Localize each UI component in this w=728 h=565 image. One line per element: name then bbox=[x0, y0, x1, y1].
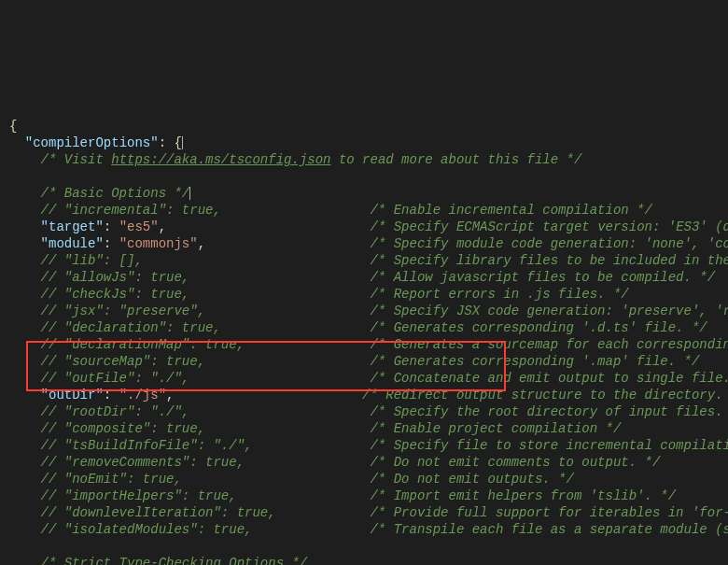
code-token: "./js" bbox=[119, 388, 166, 403]
code-token: "target" bbox=[41, 219, 104, 234]
code-token: // "importHelpers": true, /* Import emit… bbox=[41, 488, 677, 503]
code-token: // "declarationMap": true, /* Generates … bbox=[41, 337, 728, 352]
code-line[interactable]: // "isolatedModules": true, /* Transpile… bbox=[9, 521, 728, 538]
code-line[interactable]: "outDir": "./js", /* Redirect output str… bbox=[9, 387, 728, 403]
code-token: : bbox=[159, 135, 175, 150]
code-token: { bbox=[9, 119, 17, 134]
code-token: , bbox=[198, 236, 205, 251]
code-token bbox=[9, 236, 41, 251]
code-token bbox=[9, 505, 41, 520]
code-line[interactable]: // "removeComments": true, /* Do not emi… bbox=[9, 454, 728, 471]
code-line[interactable]: // "declarationMap": true, /* Generates … bbox=[9, 336, 728, 353]
code-line[interactable]: // "declaration": true, /* Generates cor… bbox=[9, 319, 728, 336]
code-line[interactable] bbox=[9, 538, 728, 555]
code-token: /* Redirect output structure to the dire… bbox=[174, 388, 722, 403]
code-token bbox=[9, 421, 41, 436]
code-line[interactable]: "compilerOptions": { bbox=[9, 134, 728, 151]
code-token bbox=[9, 371, 41, 386]
code-token bbox=[9, 388, 41, 403]
code-line[interactable]: "module": "commonjs", /* Specify module … bbox=[9, 235, 728, 252]
code-token: { bbox=[174, 135, 181, 150]
code-line[interactable]: // "sourceMap": true, /* Generates corre… bbox=[9, 353, 728, 370]
code-token bbox=[9, 203, 41, 218]
code-token: https://aka.ms/tsconfig.json bbox=[111, 152, 330, 167]
code-line[interactable]: // "lib": [], /* Specify library files t… bbox=[9, 252, 728, 269]
code-token: : bbox=[104, 388, 119, 403]
code-line[interactable]: // "checkJs": true, /* Report errors in … bbox=[9, 286, 728, 303]
code-token: /* Specify ECMAScript target version: 'E… bbox=[166, 219, 728, 234]
code-token: // "declaration": true, /* Generates cor… bbox=[41, 320, 707, 335]
code-token bbox=[9, 304, 41, 318]
code-token bbox=[9, 488, 41, 503]
code-line[interactable]: /* Basic Options */ bbox=[9, 185, 728, 202]
code-token bbox=[9, 219, 41, 234]
code-token: // "noEmit": true, /* Do not emit output… bbox=[41, 472, 574, 487]
code-token: "outDir" bbox=[41, 388, 104, 403]
code-token bbox=[9, 152, 41, 167]
code-line[interactable]: // "tsBuildInfoFile": "./", /* Specify f… bbox=[9, 437, 728, 454]
text-cursor bbox=[189, 187, 190, 200]
code-token bbox=[9, 556, 41, 565]
code-token: /* Strict Type-Checking Options */ bbox=[41, 556, 308, 565]
code-line[interactable]: // "importHelpers": true, /* Import emit… bbox=[9, 487, 728, 504]
code-token: // "composite": true, /* Enable project … bbox=[41, 421, 622, 436]
code-token: /* Specify module code generation: 'none… bbox=[205, 236, 728, 251]
code-token: // "incremental": true, /* Enable increm… bbox=[41, 203, 652, 218]
code-line[interactable]: // "noEmit": true, /* Do not emit output… bbox=[9, 471, 728, 487]
code-token: // "downlevelIteration": true, /* Provid… bbox=[41, 505, 728, 520]
code-token: , bbox=[159, 219, 166, 234]
code-token bbox=[9, 287, 41, 302]
code-token bbox=[9, 438, 41, 453]
code-line[interactable]: // "jsx": "preserve", /* Specify JSX cod… bbox=[9, 303, 728, 319]
code-token bbox=[9, 270, 41, 285]
code-token bbox=[9, 354, 41, 369]
code-line[interactable]: /* Strict Type-Checking Options */ bbox=[9, 555, 728, 565]
code-token: "es5" bbox=[119, 219, 159, 234]
code-token bbox=[9, 472, 41, 487]
text-cursor bbox=[182, 136, 183, 149]
code-token bbox=[9, 404, 41, 419]
code-token: : bbox=[104, 236, 119, 251]
code-token bbox=[9, 135, 25, 150]
code-line[interactable] bbox=[9, 168, 728, 185]
code-editor[interactable]: { "compilerOptions": { /* Visit https://… bbox=[0, 67, 728, 565]
code-line[interactable]: // "allowJs": true, /* Allow javascript … bbox=[9, 269, 728, 286]
code-token: to read more about this file */ bbox=[330, 152, 581, 167]
code-line[interactable]: // "outFile": "./", /* Concatenate and e… bbox=[9, 370, 728, 387]
code-token: : bbox=[104, 219, 119, 234]
code-token: // "jsx": "preserve", /* Specify JSX cod… bbox=[41, 304, 728, 318]
code-token bbox=[9, 522, 41, 537]
code-token: "compilerOptions" bbox=[25, 135, 159, 150]
code-token: // "removeComments": true, /* Do not emi… bbox=[41, 455, 661, 470]
code-line[interactable]: // "incremental": true, /* Enable increm… bbox=[9, 202, 728, 219]
code-token: "module" bbox=[41, 236, 104, 251]
code-token bbox=[9, 253, 41, 268]
code-token bbox=[9, 186, 41, 201]
code-token: // "isolatedModules": true, /* Transpile… bbox=[41, 522, 728, 537]
code-token bbox=[9, 320, 41, 335]
code-token bbox=[9, 455, 41, 470]
code-token: // "rootDir": "./", /* Specify the root … bbox=[41, 404, 723, 419]
code-token: // "lib": [], /* Specify library files t… bbox=[41, 253, 728, 268]
code-token: // "checkJs": true, /* Report errors in … bbox=[41, 287, 629, 302]
code-token: // "allowJs": true, /* Allow javascript … bbox=[41, 270, 716, 285]
code-token: // "sourceMap": true, /* Generates corre… bbox=[41, 354, 700, 369]
code-token: // "outFile": "./", /* Concatenate and e… bbox=[41, 371, 728, 386]
code-token: // "tsBuildInfoFile": "./", /* Specify f… bbox=[41, 438, 728, 453]
code-line[interactable]: // "rootDir": "./", /* Specify the root … bbox=[9, 403, 728, 420]
code-line[interactable]: // "downlevelIteration": true, /* Provid… bbox=[9, 504, 728, 521]
code-line[interactable]: { bbox=[9, 118, 728, 134]
code-token: /* Visit bbox=[41, 152, 112, 167]
code-token: /* Basic Options */ bbox=[41, 186, 190, 201]
code-token bbox=[9, 337, 41, 352]
code-line[interactable]: /* Visit https://aka.ms/tsconfig.json to… bbox=[9, 151, 728, 168]
code-token: "commonjs" bbox=[119, 236, 198, 251]
code-line[interactable]: "target": "es5", /* Specify ECMAScript t… bbox=[9, 219, 728, 235]
code-line[interactable]: // "composite": true, /* Enable project … bbox=[9, 420, 728, 437]
